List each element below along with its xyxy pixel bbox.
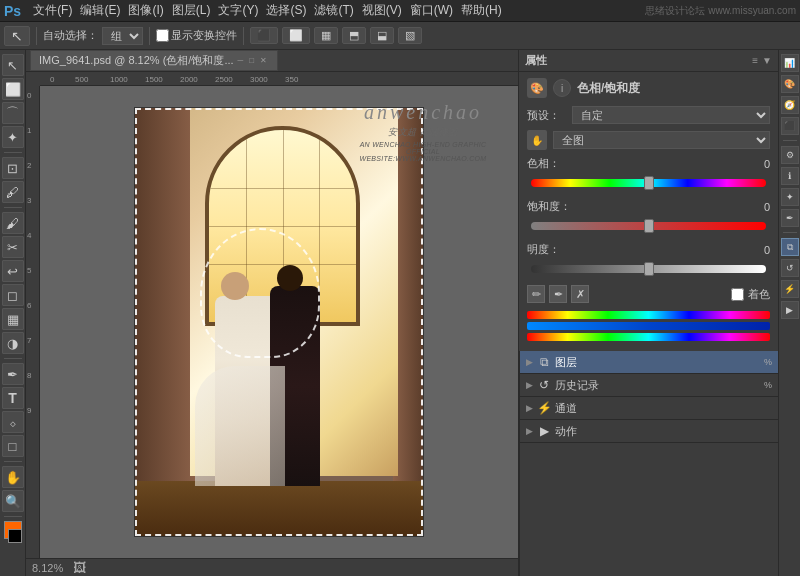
rv-9: 9 (27, 406, 31, 415)
light-thumb[interactable] (644, 262, 654, 276)
doc-maximize-btn[interactable]: □ (249, 56, 254, 65)
paths-btn[interactable]: ✒ (781, 209, 799, 227)
select-rect-tool[interactable]: ⬜ (2, 78, 24, 100)
background-color[interactable] (8, 529, 22, 543)
toolbar-sep-3 (243, 27, 244, 45)
align-mid-btn[interactable]: ⬓ (370, 27, 394, 44)
history-panel: ▶ ↺ 历史记录 % (520, 374, 778, 397)
styles-btn[interactable]: ✦ (781, 188, 799, 206)
menu-window[interactable]: 窗口(W) (410, 2, 453, 19)
hue-thumb[interactable] (644, 176, 654, 190)
layers-btn[interactable]: ⧉ (781, 238, 799, 256)
saturation-slider[interactable] (531, 218, 766, 234)
channel-row: ✋ 全图 (527, 130, 770, 150)
swatches-btn[interactable]: ⬛ (781, 117, 799, 135)
type-tool[interactable]: T (2, 387, 24, 409)
dodge-tool[interactable]: ◑ (2, 332, 24, 354)
menu-image[interactable]: 图像(I) (128, 2, 163, 19)
menu-help[interactable]: 帮助(H) (461, 2, 502, 19)
pen-tool[interactable]: ✒ (2, 363, 24, 385)
clone-tool[interactable]: ✂ (2, 236, 24, 258)
align-left-btn[interactable]: ⬛ (250, 27, 278, 44)
sat-thumb[interactable] (644, 219, 654, 233)
light-label: 明度： (527, 242, 577, 257)
actions-panel: ▶ ▶ 动作 (520, 420, 778, 443)
menu-file[interactable]: 文件(F) (33, 2, 72, 19)
align-right-btn[interactable]: ▦ (314, 27, 338, 44)
transform-checkbox[interactable] (156, 29, 169, 42)
gradient-tool[interactable]: ▦ (2, 308, 24, 330)
zoom-tool[interactable]: 🔍 (2, 490, 24, 512)
menu-type[interactable]: 文字(Y) (218, 2, 258, 19)
brush-tool[interactable]: 🖌 (2, 212, 24, 234)
dropper-remove-btn[interactable]: ✗ (571, 285, 589, 303)
layers-panel-header[interactable]: ▶ ⧉ 图层 % (520, 351, 778, 373)
crop-tool[interactable]: ⊡ (2, 157, 24, 179)
main-area: ↖ ⬜ ⌒ ✦ ⊡ 🖋 🖌 ✂ ↩ ◻ ▦ ◑ ✒ T ⬦ □ ✋ 🔍 IMG_… (0, 50, 800, 576)
menu-view[interactable]: 视图(V) (362, 2, 402, 19)
rainbow-bar-bottom (527, 333, 770, 341)
move-tool[interactable]: ↖ (2, 54, 24, 76)
auto-select-dropdown[interactable]: 组 (102, 27, 143, 45)
hs-info-icon[interactable]: i (553, 79, 571, 97)
move-tool-btn[interactable]: ↖ (4, 26, 30, 46)
groom-head (277, 265, 303, 291)
fr-sep-2 (783, 232, 797, 233)
photo-content (135, 108, 423, 536)
eyedropper-tool[interactable]: 🖋 (2, 181, 24, 203)
document-tab[interactable]: IMG_9641.psd @ 8.12% (色相/饱和度... ─ □ ✕ (30, 50, 278, 71)
ruler-vertical: 0 1 2 3 4 5 6 7 8 9 (26, 86, 40, 558)
color-btn[interactable]: 🎨 (781, 75, 799, 93)
align-top-btn[interactable]: ⬒ (342, 27, 366, 44)
shape-tool[interactable]: □ (2, 435, 24, 457)
doc-minimize-btn[interactable]: ─ (238, 56, 244, 65)
channel-icon[interactable]: ✋ (527, 130, 547, 150)
layers-panel: ▶ ⧉ 图层 % (520, 351, 778, 374)
doc-close-btn[interactable]: ✕ (260, 56, 267, 65)
info-btn[interactable]: ℹ (781, 167, 799, 185)
history-panel-header[interactable]: ▶ ↺ 历史记录 % (520, 374, 778, 396)
properties-options-btn[interactable]: ▼ (762, 55, 772, 66)
menu-bar: Ps 文件(F) 编辑(E) 图像(I) 图层(L) 文字(Y) 选择(S) 滤… (0, 0, 800, 22)
menu-layer[interactable]: 图层(L) (172, 2, 211, 19)
color-bars (527, 311, 770, 345)
align-center-btn[interactable]: ⬜ (282, 27, 310, 44)
document-tab-bar: IMG_9641.psd @ 8.12% (色相/饱和度... ─ □ ✕ (26, 50, 518, 72)
ruler-h-3000: 3000 (250, 75, 268, 84)
sat-value: 0 (740, 201, 770, 213)
histogram-btn[interactable]: 📊 (781, 54, 799, 72)
properties-expand-btn[interactable]: ≡ (752, 55, 758, 66)
lasso-tool[interactable]: ⌒ (2, 102, 24, 124)
channels-btn[interactable]: ⚡ (781, 280, 799, 298)
hs-section-title: 色相/饱和度 (577, 80, 640, 97)
canvas-scroll-area[interactable]: anwenchao 安文超 高端修图 AN WENCHAO HIGH-END G… (40, 86, 518, 558)
toolbar-separator (36, 27, 37, 45)
menu-select[interactable]: 选择(S) (266, 2, 306, 19)
hue-value: 0 (740, 158, 770, 170)
status-icon: 🖼 (73, 560, 86, 575)
align-bottom-btn[interactable]: ▧ (398, 27, 422, 44)
actions-btn[interactable]: ▶ (781, 301, 799, 319)
history-brush-tool[interactable]: ↩ (2, 260, 24, 282)
eraser-tool[interactable]: ◻ (2, 284, 24, 306)
ruler-row: 0 500 1000 1500 2000 2500 3000 350 (26, 72, 518, 86)
show-transform-check[interactable]: 显示变换控件 (156, 28, 237, 43)
dropper-add-btn[interactable]: ✏ (527, 285, 545, 303)
channel-dropdown[interactable]: 全图 (553, 131, 770, 149)
colorize-checkbox[interactable] (731, 288, 744, 301)
adjustments-btn[interactable]: ⚙ (781, 146, 799, 164)
hand-tool[interactable]: ✋ (2, 466, 24, 488)
preset-dropdown[interactable]: 自定 (572, 106, 770, 124)
channels-panel-header[interactable]: ▶ ⚡ 通道 (520, 397, 778, 419)
lightness-slider[interactable] (531, 261, 766, 277)
path-select-tool[interactable]: ⬦ (2, 411, 24, 433)
navigator-btn[interactable]: 🧭 (781, 96, 799, 114)
hue-slider[interactable] (531, 175, 766, 191)
menu-filter[interactable]: 滤镜(T) (314, 2, 353, 19)
magic-wand-tool[interactable]: ✦ (2, 126, 24, 148)
menu-edit[interactable]: 编辑(E) (80, 2, 120, 19)
dropper-sample-btn[interactable]: ✒ (549, 285, 567, 303)
history-btn[interactable]: ↺ (781, 259, 799, 277)
actions-panel-header[interactable]: ▶ ▶ 动作 (520, 420, 778, 442)
rv-6: 6 (27, 301, 31, 310)
